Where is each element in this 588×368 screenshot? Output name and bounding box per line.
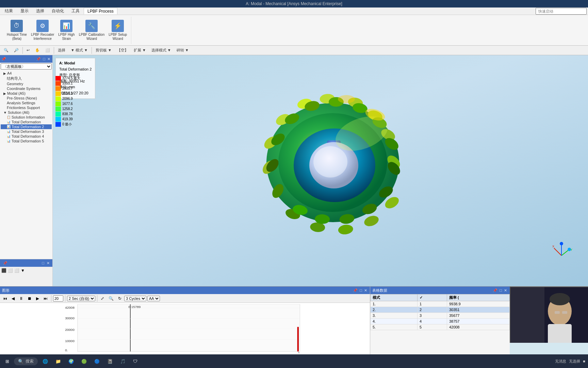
sub-panel-pin[interactable]: 📌 — [2, 261, 8, 265]
model-subtitle: Total Deformation 2 — [59, 66, 92, 73]
anim-pause[interactable]: ⏸ — [17, 295, 25, 302]
mode-btn[interactable]: ▼ 模式 ▼ — [68, 47, 90, 54]
lpbf-calibration-button[interactable]: 🔧 LPBF CalibrationWizard — [78, 19, 106, 42]
panel-close-btn[interactable]: ✕ — [47, 57, 51, 61]
sub-tool-2[interactable]: ⬜ — [8, 268, 13, 273]
legend-label-6: 1258.2 — [62, 107, 73, 111]
lpbf-high-icon: 📊 — [60, 20, 72, 32]
sub-tool-1[interactable]: ⬛ — [1, 268, 6, 273]
tree-item-coord[interactable]: Coordinate Systems — [1, 86, 52, 91]
animation-header: 图形 📌 □ ✕ — [0, 287, 370, 294]
taskbar-app-8[interactable]: 🛡 — [130, 358, 140, 365]
tree-item-total-def3[interactable]: 📊Total Deformation 3 — [1, 129, 52, 134]
taskbar-app-1[interactable]: 🌐 — [40, 358, 51, 365]
zoom-fit-btn[interactable]: 🔍 — [1, 47, 11, 53]
lpbf-recoater-button[interactable]: ⚙ LPBF RecoaterInterference — [30, 19, 55, 42]
legend-label-7: 838.78 — [62, 112, 73, 116]
anim-cycles-select[interactable]: 3 Cycles — [124, 296, 146, 301]
anim-forward[interactable]: ⏭ — [42, 295, 49, 302]
svg-text:10000: 10000 — [65, 339, 75, 343]
select-btn[interactable]: 选择 — [55, 47, 68, 54]
anim-next[interactable]: ▶ — [34, 295, 41, 302]
table-pin-btn[interactable]: 📌 — [492, 288, 498, 293]
search-bar[interactable]: 🔍 搜索 — [14, 357, 38, 365]
panel-dropdown[interactable]: 〈左视面板〉 — [1, 63, 52, 70]
hotspot-time-button[interactable]: ⏱ Hotspot Time(Beta) — [5, 19, 28, 42]
sub-panel-close[interactable]: ✕ — [46, 261, 50, 265]
zoom-box-btn[interactable]: ⬜ — [43, 47, 52, 53]
tree-item-geometry[interactable]: Geometry — [1, 81, 52, 86]
expand-btn[interactable]: 扩展 ▼ — [131, 47, 148, 54]
taskbar-app-2[interactable]: 📁 — [53, 358, 64, 365]
anim-pin-btn[interactable]: 📌 — [352, 288, 358, 293]
anim-stop[interactable]: ⏹ — [26, 295, 33, 302]
anim-fit-btn[interactable]: ⤢ — [99, 295, 106, 302]
toolbar-group-lpbf: ⏱ Hotspot Time(Beta) ⚙ LPBF RecoaterInte… — [3, 17, 131, 44]
tree-item-sol-info[interactable]: 📋Solution Information — [1, 115, 52, 120]
sub-tool-3[interactable]: ⬜ — [14, 268, 19, 273]
select-mode-btn[interactable]: 选择模式 ▼ — [149, 47, 174, 54]
bottom-sub-panel: 📌 □ ✕ ⬛ ⬜ ⬜ ▼ — [0, 259, 52, 286]
quick-search[interactable] — [536, 8, 587, 15]
table-row: 4. 4 38757 — [371, 319, 510, 324]
taskbar-app-4[interactable]: 🟢 — [79, 358, 89, 365]
cut-btn[interactable]: 剪切板 ▼ — [93, 47, 114, 54]
tree-item-a4[interactable]: ▶A4 — [1, 71, 52, 76]
sub-panel-tools: ⬛ ⬜ ⬜ ▼ — [0, 267, 52, 274]
anim-duration-select[interactable]: 2 Sec (自动) — [67, 296, 95, 301]
lpbf-high-button[interactable]: 📊 LPBF HighStrain — [57, 19, 76, 42]
taskbar-app-7[interactable]: 🎵 — [117, 358, 128, 365]
zoom-out-btn[interactable]: 🔎 — [12, 47, 21, 53]
table-header: 表格数据 📌 □ ✕ — [370, 287, 510, 294]
tree-item-analysis[interactable]: Analysis Settings — [1, 101, 52, 105]
tree-item-import[interactable]: 结构导入 — [1, 76, 52, 81]
tree-item-total-def1[interactable]: 📊Total Deformation — [1, 120, 52, 124]
svg-point-63 — [550, 293, 570, 305]
tab-results[interactable]: 结果 — [1, 7, 16, 15]
bracket-btn[interactable]: 【空】 — [115, 47, 131, 54]
anim-close-btn[interactable]: ✕ — [363, 288, 368, 293]
table-close-btn[interactable]: ✕ — [503, 288, 508, 293]
table-expand-btn[interactable]: □ — [499, 288, 503, 293]
tab-lpbf[interactable]: LPBF Process — [84, 8, 117, 14]
svg-point-37 — [338, 95, 355, 103]
left-panel: 📌 📌 □ ✕ 〈左视面板〉 ▶A4 结构导入 Geometry — [0, 55, 53, 286]
anim-zoom-btn[interactable]: 🔍 — [107, 295, 115, 302]
tree-item-total-def5[interactable]: 📊Total Deformation 5 — [1, 139, 52, 143]
anim-prev[interactable]: ◀ — [10, 295, 16, 302]
sub-panel-expand[interactable]: □ — [41, 261, 45, 265]
tree-item-prestress[interactable]: Pre-Stress (None) — [1, 96, 52, 101]
lpbf-setup-button[interactable]: ⚡ LPBF SetupWizard — [107, 19, 128, 42]
tree-item-total-def4[interactable]: 📊Total Deformation 4 — [1, 134, 52, 139]
legend-row-6: 1258.2 — [55, 106, 80, 111]
search-icon: 🔍 — [18, 359, 23, 364]
tree-item-frictionless[interactable]: Frictionless Support — [1, 105, 52, 110]
tab-auto[interactable]: 自动化 — [48, 7, 67, 15]
cell-freq: 35677 — [447, 313, 509, 319]
taskbar-app-6[interactable]: 📓 — [104, 358, 115, 365]
anim-fps-input[interactable] — [53, 295, 63, 302]
anim-cycle-btn[interactable]: ↻ — [116, 295, 123, 302]
tree-item-modal[interactable]: ▶Modal (A5) — [1, 91, 52, 96]
rotate-btn[interactable]: ↩ — [24, 47, 32, 53]
svg-point-11 — [363, 214, 380, 228]
tab-tools[interactable]: 工具 — [68, 7, 83, 15]
break-btn[interactable]: 碎转 ▼ — [174, 47, 191, 54]
start-button[interactable]: ⊞ — [3, 358, 12, 365]
sub-tool-dropdown[interactable]: ▼ — [21, 268, 25, 273]
pan-btn[interactable]: ✋ — [33, 47, 42, 53]
viewport-3d[interactable]: A: Modal Total Deformation 2 类型: 总变形 频率:… — [53, 55, 588, 286]
panel-pin-icon: 📌 — [1, 57, 6, 61]
anim-expand-btn[interactable]: □ — [359, 288, 363, 293]
legend-swatch-8 — [55, 117, 61, 122]
taskbar-app-3[interactable]: 🌍 — [66, 358, 77, 365]
panel-expand-btn[interactable]: □ — [42, 57, 46, 61]
anim-aa-select[interactable]: AA — [147, 296, 160, 301]
tree-item-solution[interactable]: ▼Solution (A6) — [1, 110, 52, 115]
anim-rewind[interactable]: ⏮ — [1, 295, 9, 302]
tab-display[interactable]: 显示 — [17, 7, 32, 15]
panel-pin-btn[interactable]: 📌 — [35, 57, 42, 61]
taskbar-app-5[interactable]: 🔵 — [92, 358, 102, 365]
tree-item-total-def2[interactable]: 📊Total Deformation 2 — [1, 124, 52, 129]
tab-select[interactable]: 选择 — [33, 7, 48, 15]
